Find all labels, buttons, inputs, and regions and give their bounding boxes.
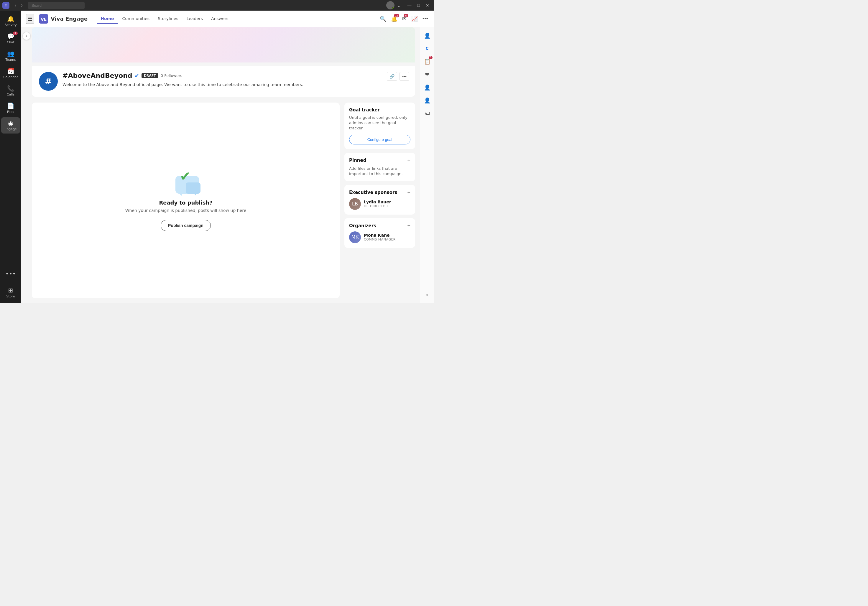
campaign-title-row: #AboveAndBeyond ✔ DRAFT 0 Followers — [62, 72, 408, 79]
pinned-widget: Pinned + Add files or links that are imp… — [344, 153, 415, 181]
titlebar-controls: ... — □ ✕ — [386, 1, 432, 9]
right-panel-user-avatar[interactable]: 👤 — [421, 29, 433, 41]
sidebar-item-label-activity: Activity — [5, 23, 17, 27]
campaign-title: #AboveAndBeyond — [62, 72, 132, 79]
executive-sponsors-add-button[interactable]: + — [407, 189, 411, 196]
organizers-title: Organizers — [349, 223, 376, 228]
sidebar-item-label-files: Files — [7, 110, 14, 114]
sidebar-item-chat[interactable]: 💬 1 Chat — [1, 30, 20, 46]
content-area: ‹ # #AboveAndBeyond ✔ DRAFT — [21, 27, 434, 303]
tab-storylines[interactable]: Storylines — [154, 14, 182, 24]
app1-icon: C — [425, 46, 428, 51]
app6-icon: 🏷 — [425, 110, 430, 116]
engage-icon: ◉ — [8, 120, 13, 127]
organizers-add-button[interactable]: + — [407, 223, 411, 229]
close-button[interactable]: ✕ — [423, 2, 432, 9]
organizers-header: Organizers + — [349, 223, 411, 229]
publish-subtitle: When your campaign is published, posts w… — [125, 208, 246, 213]
collapse-sidebar-button[interactable]: ‹ — [22, 32, 31, 40]
calls-icon: 📞 — [7, 85, 14, 92]
store-icon: ⊞ — [8, 287, 13, 294]
lydia-role: HR DIRECTOR — [364, 204, 391, 208]
pinned-add-button[interactable]: + — [407, 157, 411, 164]
right-panel-app2[interactable]: 📋 1 — [421, 56, 433, 67]
tab-answers[interactable]: Answers — [208, 14, 232, 24]
tab-home[interactable]: Home — [97, 14, 117, 24]
lydia-name: Lydia Bauer — [364, 200, 391, 204]
app4-icon: 👤 — [424, 84, 431, 90]
mail-button[interactable]: ✉ 5 — [401, 14, 408, 23]
sidebar-item-teams[interactable]: 👥 Teams — [1, 48, 20, 64]
configure-goal-button[interactable]: Configure goal — [349, 135, 411, 144]
goal-tracker-header: Goal tracker — [349, 107, 411, 113]
titlebar-search-container — [28, 2, 85, 9]
user-avatar-titlebar[interactable] — [386, 1, 394, 9]
forward-button[interactable]: › — [19, 2, 24, 9]
sidebar-more-button[interactable]: ••• — [3, 268, 18, 279]
link-button[interactable]: 🔗 — [387, 72, 397, 81]
campaign-logo: # — [39, 72, 58, 91]
notifications-button[interactable]: 🔔 12 — [390, 14, 398, 23]
teams-sidebar: 🔔 Activity 💬 1 Chat 👥 Teams 📅 Calendar 📞… — [0, 11, 21, 303]
campaign-description: Welcome to the Above and Beyond official… — [62, 82, 408, 88]
followers-count: 0 Followers — [161, 73, 182, 78]
sidebar-item-calendar[interactable]: 📅 Calendar — [1, 65, 20, 81]
app3-icon: ❤ — [425, 71, 429, 77]
mona-info: Mona Kane COMMS MANAGER — [364, 233, 396, 242]
draft-badge: DRAFT — [141, 73, 158, 78]
publish-title: Ready to publish? — [159, 200, 212, 206]
titlebar-more-button[interactable]: ... — [396, 2, 404, 9]
minimize-button[interactable]: — — [405, 2, 414, 9]
app-container: 🔔 Activity 💬 1 Chat 👥 Teams 📅 Calendar 📞… — [0, 11, 434, 303]
campaign-info: #AboveAndBeyond ✔ DRAFT 0 Followers Welc… — [62, 72, 408, 88]
sidebar-item-label-chat: Chat — [7, 40, 14, 44]
teams-icon: 👥 — [7, 50, 14, 57]
right-panel-app5[interactable]: 👤 — [421, 94, 433, 106]
publish-campaign-button[interactable]: Publish campaign — [161, 220, 211, 231]
right-panel-app1[interactable]: C — [421, 42, 433, 54]
app-logo-text: Viva Engage — [51, 15, 88, 22]
notifications-badge: 12 — [394, 14, 399, 17]
user-avatar-icon: 👤 — [424, 33, 431, 39]
viva-engage-logo-icon: VE — [39, 14, 48, 23]
main-cards: ✔ Ready to publish? When your campaign i… — [32, 102, 415, 298]
pinned-title: Pinned — [349, 158, 366, 163]
right-panel-app3[interactable]: ❤ — [421, 68, 433, 80]
right-panel: 👤 C 📋 1 ❤ 👤 👤 🏷 — [420, 27, 434, 303]
search-button[interactable]: 🔍 — [378, 14, 388, 23]
app5-icon: 👤 — [424, 97, 431, 104]
sidebar-item-store[interactable]: ⊞ Store — [1, 284, 20, 301]
titlebar-left: T ‹ › — [2, 2, 85, 9]
sidebar-item-calls[interactable]: 📞 Calls — [1, 82, 20, 99]
chat-badge: 1 — [13, 31, 18, 35]
sidebar-item-activity[interactable]: 🔔 Activity — [1, 13, 20, 29]
mona-role: COMMS MANAGER — [364, 237, 396, 242]
back-button[interactable]: ‹ — [13, 2, 18, 9]
activity-icon: 🔔 — [7, 15, 14, 22]
sidebar-item-files[interactable]: 📄 Files — [1, 100, 20, 116]
topbar-nav: Home Communities Storylines Leaders Answ… — [97, 14, 232, 24]
app-logo: VE Viva Engage — [39, 14, 88, 23]
app-topbar: ☰ VE Viva Engage Home Communities Storyl… — [21, 11, 434, 27]
sidebar-item-label-calls: Calls — [7, 93, 14, 96]
maximize-button[interactable]: □ — [415, 2, 422, 9]
sidebar-item-label-teams: Teams — [6, 58, 16, 62]
titlebar-search-input[interactable] — [28, 2, 85, 9]
files-icon: 📄 — [7, 102, 14, 109]
lydia-info: Lydia Bauer HR DIRECTOR — [364, 200, 391, 208]
campaign-logo-symbol: # — [45, 77, 51, 86]
right-panel-collapse-button[interactable]: « — [421, 289, 433, 301]
online-indicator — [392, 7, 394, 9]
more-options-button[interactable]: ••• — [421, 14, 429, 23]
organizer-row: MK Mona Kane COMMS MANAGER — [349, 231, 411, 243]
hamburger-button[interactable]: ☰ — [26, 14, 34, 24]
more-button[interactable]: ••• — [400, 72, 409, 81]
analytics-button[interactable]: 📈 — [410, 14, 419, 23]
card-actions: 🔗 ••• — [387, 72, 409, 81]
sidebar-item-engage[interactable]: ◉ Engage — [1, 117, 20, 133]
right-panel-app4[interactable]: 👤 — [421, 81, 433, 93]
tab-leaders[interactable]: Leaders — [183, 14, 206, 24]
executive-sponsor-row: LB Lydia Bauer HR DIRECTOR — [349, 198, 411, 210]
right-panel-app6[interactable]: 🏷 — [421, 107, 433, 119]
tab-communities[interactable]: Communities — [119, 14, 153, 24]
